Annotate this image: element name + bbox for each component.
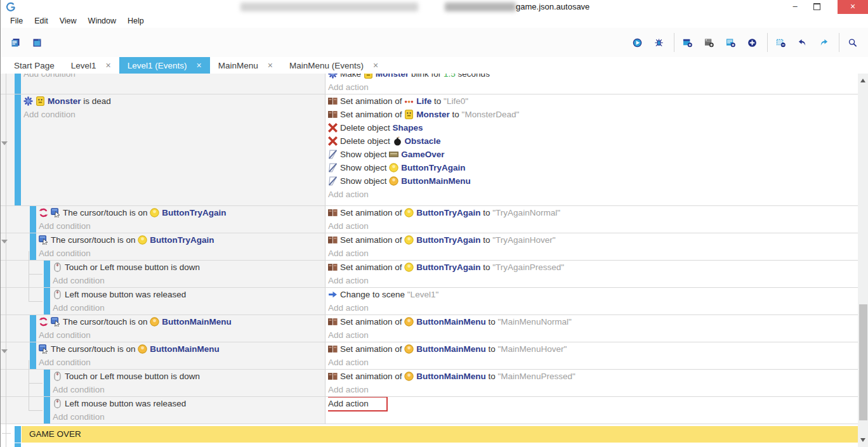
add-condition-button[interactable]: Add condition — [53, 383, 325, 396]
add-condition-button[interactable]: Add condition — [39, 328, 325, 342]
action-line[interactable]: Set animation of ButtonMainMenu to "Main… — [328, 342, 857, 356]
action-line[interactable]: Set animation of ButtonTryAgain to "TryA… — [328, 206, 857, 219]
add-external-events-button[interactable] — [699, 32, 721, 53]
conditions-cell[interactable]: Touch or Left mouse button is downAdd co… — [53, 261, 325, 287]
close-tab-icon[interactable]: × — [373, 61, 378, 70]
menu-item-help[interactable]: Help — [122, 14, 150, 28]
action-line[interactable]: Change to scene "Level1" — [328, 288, 857, 301]
add-action-button[interactable]: Add action — [328, 219, 857, 233]
event-drag-bar[interactable] — [30, 206, 36, 233]
add-condition-button[interactable]: Add condition — [53, 274, 325, 287]
action-line[interactable]: Set animation of Life to "Life0" — [328, 94, 857, 108]
event-drag-bar[interactable] — [44, 288, 50, 314]
comment-text[interactable]: GAME OVER — [22, 426, 858, 443]
close-tab-icon[interactable]: × — [268, 61, 273, 70]
event-drag-bar[interactable] — [30, 342, 36, 369]
condition-line[interactable]: Touch or Left mouse button is down — [53, 370, 325, 383]
comment-event[interactable]: GAME OVER — [1, 426, 858, 443]
event-drag-bar[interactable] — [15, 426, 21, 443]
add-condition-button[interactable]: Add condition — [39, 356, 325, 369]
deselect-button[interactable] — [771, 32, 792, 53]
actions-cell[interactable]: Set animation of ButtonMainMenu to "Main… — [328, 315, 857, 342]
play-button[interactable] — [628, 32, 649, 53]
add-condition-button[interactable]: Add condition — [53, 301, 325, 314]
condition-line[interactable]: The cursor/touch is on ButtonMainMenu — [39, 342, 325, 356]
conditions-cell[interactable]: Left mouse button was releasedAdd condit… — [53, 397, 325, 424]
action-line[interactable]: Show object ButtonMainMenu — [328, 174, 857, 188]
add-action-button[interactable]: Add action — [328, 81, 857, 94]
event-drag-bar[interactable] — [44, 397, 50, 424]
add-action-button[interactable]: Add action — [328, 188, 857, 201]
conditions-cell[interactable]: The cursor/touch is on ButtonMainMenuAdd… — [39, 342, 325, 369]
close-tab-icon[interactable]: × — [106, 61, 111, 70]
conditions-cell[interactable]: The cursor/touch is on ButtonTryAgainAdd… — [39, 206, 325, 233]
conditions-cell[interactable]: Touch or Left mouse button is downAdd co… — [53, 370, 325, 396]
event-drag-bar[interactable] — [30, 315, 36, 342]
project-manager-button[interactable] — [6, 32, 27, 53]
conditions-cell[interactable]: The cursor/touch is on ButtonTryAgainAdd… — [39, 233, 325, 260]
action-line[interactable]: Show object ButtonTryAgain — [328, 161, 857, 174]
add-action-button[interactable]: Add action — [328, 274, 857, 287]
highlighted-add-action[interactable]: Add action — [328, 397, 388, 411]
tab-mainmenu[interactable]: MainMenu× — [210, 57, 281, 74]
actions-cell[interactable]: Set animation of ButtonMainMenu to "Main… — [328, 342, 857, 369]
actions-cell[interactable]: Set animation of ButtonTryAgain to "TryA… — [328, 233, 857, 260]
conditions-cell[interactable]: Add condition — [23, 74, 325, 94]
actions-cell[interactable]: Set animation of Life to "Life0"Set anim… — [328, 94, 857, 205]
tab-start-page[interactable]: Start Page — [6, 57, 63, 74]
condition-line[interactable]: Left mouse button was released — [53, 397, 325, 410]
action-line[interactable]: Set animation of ButtonTryAgain to "TryA… — [328, 261, 857, 274]
tab-mainmenu-events[interactable]: MainMenu (Events)× — [281, 57, 386, 74]
action-line[interactable]: Delete object Obstacle — [328, 134, 857, 148]
action-line[interactable]: Set animation of ButtonMainMenu to "Main… — [328, 370, 857, 383]
tab-level1-events[interactable]: Level1 (Events)× — [119, 57, 210, 74]
scrollbar-thumb[interactable] — [859, 304, 867, 420]
condition-line[interactable]: The cursor/touch is on ButtonTryAgain — [39, 233, 325, 247]
menu-item-edit[interactable]: Edit — [29, 14, 54, 28]
tab-level1[interactable]: Level1× — [63, 57, 119, 74]
add-condition-button[interactable]: Add condition — [39, 219, 325, 233]
event-drag-bar[interactable] — [30, 233, 36, 260]
conditions-cell[interactable]: The cursor/touch is on ButtonMainMenuAdd… — [39, 315, 325, 342]
actions-cell[interactable]: Make Monster blink for 1.5 secondsAdd ac… — [328, 74, 857, 94]
scroll-down-icon[interactable] — [860, 438, 865, 442]
action-line[interactable]: Set animation of ButtonTryAgain to "TryA… — [328, 233, 857, 247]
debug-button[interactable] — [649, 32, 671, 53]
scroll-up-icon[interactable] — [860, 79, 865, 82]
condition-line[interactable]: The cursor/touch is on ButtonMainMenu — [39, 315, 325, 328]
add-action-button[interactable]: Add action — [328, 356, 857, 369]
minimize-button[interactable]: – — [786, 0, 805, 14]
add-condition-button[interactable]: Add condition — [23, 74, 325, 81]
actions-cell[interactable]: Add action — [328, 397, 857, 424]
undo-button[interactable] — [792, 32, 814, 53]
vertical-scrollbar[interactable] — [858, 74, 868, 447]
close-tab-icon[interactable]: × — [197, 61, 202, 70]
event-drag-bar[interactable] — [15, 74, 21, 94]
actions-cell[interactable]: Change to scene "Level1"Add action — [328, 288, 857, 314]
search-button[interactable] — [843, 32, 864, 53]
actions-cell[interactable]: Set animation of ButtonTryAgain to "TryA… — [328, 206, 857, 233]
action-line[interactable]: Make Monster blink for 1.5 seconds — [328, 74, 857, 81]
menu-item-file[interactable]: File — [4, 14, 29, 28]
add-object-button[interactable] — [742, 32, 764, 53]
add-action-button[interactable]: Add action — [328, 301, 857, 314]
condition-line[interactable]: Touch or Left mouse button is down — [53, 261, 325, 274]
actions-cell[interactable]: Set animation of ButtonTryAgain to "TryA… — [328, 261, 857, 287]
close-button[interactable]: × — [838, 0, 868, 14]
condition-line[interactable]: Monster is dead — [23, 94, 325, 108]
add-condition-button[interactable]: Add condition — [23, 108, 325, 121]
add-action-button[interactable]: Add action — [328, 247, 857, 260]
redo-button[interactable] — [814, 32, 836, 53]
action-line[interactable]: Delete object Shapes — [328, 121, 857, 134]
action-line[interactable]: Set animation of Monster to "MonsterDead… — [328, 108, 857, 121]
conditions-cell[interactable]: Monster is deadAdd condition — [23, 94, 325, 205]
condition-line[interactable]: Left mouse button was released — [53, 288, 325, 301]
scene-editor-button[interactable] — [27, 32, 49, 53]
add-external-layout-button[interactable] — [721, 32, 742, 53]
event-drag-bar[interactable] — [44, 370, 50, 396]
event-drag-bar[interactable] — [15, 94, 21, 205]
menu-item-window[interactable]: Window — [82, 14, 122, 28]
add-scene-button[interactable] — [678, 32, 699, 53]
add-action-button[interactable]: Add action — [328, 328, 857, 342]
menu-item-view[interactable]: View — [54, 14, 82, 28]
